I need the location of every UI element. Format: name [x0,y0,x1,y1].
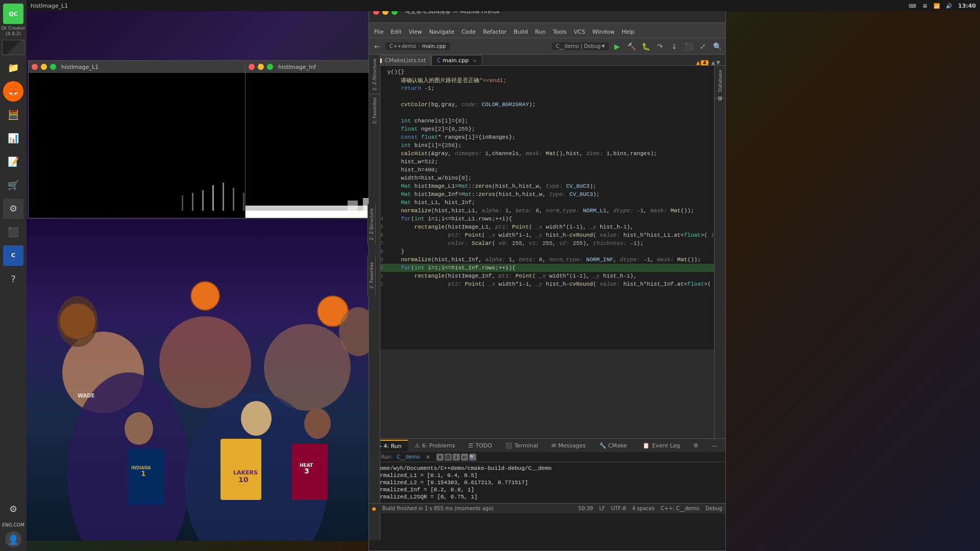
text-icon: 📝 [8,156,19,167]
hist-inf-minimize[interactable] [258,64,264,70]
qtcreator-toolbar: ← C++demo › main.cpp C__demo | Debug ▼ ▶… [369,38,725,55]
user-avatar[interactable]: 👤 [5,531,21,547]
code-line [369,92,718,101]
tab-close-icon[interactable]: × [473,58,477,63]
code-editor[interactable]: y(){} 请确认输入的图片路径是否正确"<<endl; return -1; [369,66,718,349]
stop-button[interactable]: ⬛ [682,40,695,53]
database-panel-label[interactable]: Database [717,68,724,94]
hist-l1-minimize[interactable] [41,64,47,70]
window-thumbnail[interactable] [2,40,24,55]
menu-file[interactable]: File [371,28,386,36]
scroll-down-icon[interactable]: ▼ [716,60,720,65]
code-line: 45 rectangle(histImage_L1, pt1: Point( _… [369,223,718,231]
step-over-button[interactable]: ↷ [654,40,666,53]
run-action-buttons: ✕ ⬛ ↓ ↩ 🔍 [436,454,476,461]
z-structure-label[interactable]: 2: Z-Structure [368,204,376,245]
run-output-panel: /home/wyh/Documents/C++demo/cmake-build-… [369,462,725,503]
panel-settings-button[interactable]: ⚙ [687,440,704,451]
text-taskbar-icon[interactable]: 📝 [3,152,23,172]
qt-creator-icon[interactable]: QC [3,4,23,24]
menu-run[interactable]: Run [532,28,549,36]
tab-todo[interactable]: ☰ TODO [462,440,498,451]
menu-code[interactable]: Code [458,28,479,36]
tab-problems[interactable]: ⚠ 6: Problems [409,440,461,451]
keyboard-layout[interactable]: ENG.COM [2,520,24,530]
search-button[interactable]: 🔍 [711,40,723,53]
svg-rect-26 [223,183,224,211]
todo-tab-label: TODO [475,442,492,449]
panel-close-button[interactable]: — [705,440,723,451]
z-structure-panel-btn[interactable]: 2: Z-Structure [371,57,378,93]
run-wrap-button[interactable]: ↩ [461,454,468,461]
tab-cmake[interactable]: 🔧 CMake [593,440,633,451]
hist-l1-close[interactable] [32,64,38,70]
cpp-tab-text: main.cpp [443,57,469,64]
cpp-taskbar-icon[interactable]: C [3,245,23,266]
system-icon: ⚙ [9,504,17,514]
terminal-taskbar-icon[interactable]: ⬛ [3,222,23,242]
menu-view[interactable]: View [406,28,425,36]
menu-build[interactable]: Build [511,28,531,36]
files-taskbar-icon[interactable]: 📁 [3,58,23,78]
run-clear-button[interactable]: ✕ [436,454,444,461]
bottom-panel: ▶ 4: Run ⚠ 6: Problems ☰ TODO ⬛ Terminal… [369,438,725,550]
svg-rect-28 [243,193,244,211]
amazon-taskbar-icon[interactable]: 🛒 [3,175,23,195]
debug-button[interactable]: 🐛 [640,40,652,53]
help-taskbar-icon[interactable]: ? [3,269,23,289]
event-log-icon: 📋 [643,442,650,449]
svg-point-19 [304,408,331,439]
menu-tools[interactable]: Tools [550,28,570,36]
cpp-icon: C [11,252,15,259]
back-button[interactable]: ← [371,40,383,53]
system-topbar: histImage_L1 ⌨ 🖥 📶 🔊 13:40 [27,0,980,11]
menu-window[interactable]: Window [590,28,618,36]
run-scroll-button[interactable]: ↓ [453,454,460,461]
favorites-panel-btn[interactable]: 2: Favorites [371,95,378,126]
tab-messages[interactable]: ✉ Messages [545,440,592,451]
todo-tab-icon: ☰ [469,442,474,449]
presentation-taskbar-icon[interactable]: 📊 [3,128,23,148]
menu-vcs[interactable]: VCS [571,28,588,36]
calc-taskbar-icon[interactable]: 🧮 [3,105,23,125]
line-ending: LF [599,506,605,511]
menu-help[interactable]: Help [619,28,638,36]
hist-l1-content [29,73,262,218]
output-panel-label[interactable]: 后出 [716,103,724,107]
z-favorites-label[interactable]: 2: Favorites [368,255,376,296]
desktop-wallpaper: LAKERS 10 HEAT 3 INDIANA 1 WADE [27,219,394,541]
tab-main-cpp[interactable]: C main.cpp × [431,55,482,65]
editor-area: y(){} 请确认输入的图片路径是否正确"<<endl; return -1; [369,66,725,462]
run-zoom-button[interactable]: 🔍 [469,454,476,461]
menu-refactor[interactable]: Refactor [480,28,509,36]
settings-taskbar-icon[interactable]: ⚙ [3,198,23,219]
indent-size: 4 spaces [632,506,654,511]
hist-l1-maximize[interactable] [50,64,56,70]
tab-event-log[interactable]: 📋 Event Log [636,440,686,451]
debug-config-selector[interactable]: C__demo | Debug ▼ [552,42,609,50]
hist-inf-close[interactable] [249,64,255,70]
run-stop-button[interactable]: ⬛ [445,454,452,461]
menu-navigate[interactable]: Navigate [426,28,457,36]
cmake-tab-label: CMake [608,442,627,449]
step-into-button[interactable]: ↓ [668,40,680,53]
run-config-label[interactable]: C__demo [395,453,422,461]
firefox-taskbar-icon[interactable]: 🦊 [3,81,23,102]
help-icon: ? [11,273,16,284]
hist-inf-maximize[interactable] [267,64,273,70]
svg-point-20 [57,296,98,347]
run-close-icon[interactable]: × [424,453,432,461]
breadcrumb-file: main.cpp [422,43,446,49]
warning-triangle-icon: ▲ [696,60,700,65]
scroll-up-icon[interactable]: ▲ [712,60,716,65]
hist-l1-title: histImage_L1 [61,64,99,70]
run-output-line-1: normalized_L1 = [0.1, 0.4, 0.5] [373,472,721,479]
menu-edit[interactable]: Edit [387,28,404,36]
maximize-editor-button[interactable]: ⤢ [697,40,709,53]
project-breadcrumb[interactable]: C++demo › main.cpp [385,42,450,50]
tab-terminal[interactable]: ⬛ Terminal [499,440,545,451]
build-button[interactable]: 🔨 [625,40,638,53]
system-settings-icon[interactable]: ⚙ [3,498,23,519]
output-l1: normalized_L1 = [0.1, 0.4, 0.5] [373,472,478,479]
run-button[interactable]: ▶ [611,40,623,53]
